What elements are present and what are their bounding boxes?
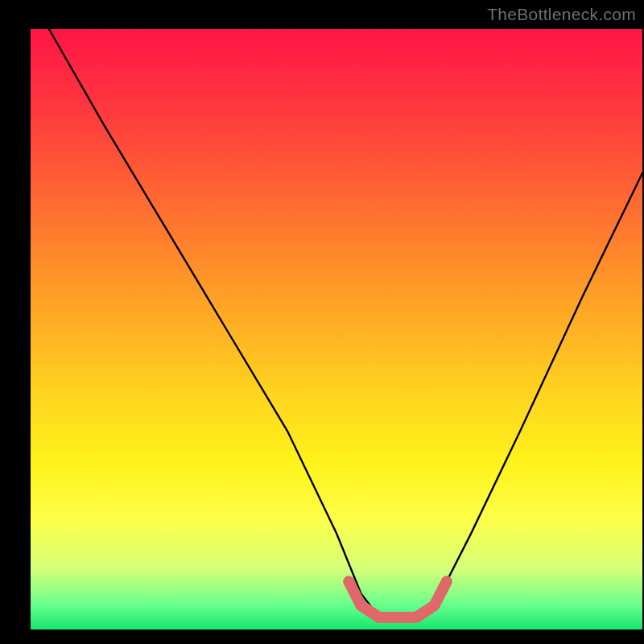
plot-area xyxy=(31,29,642,630)
bottleneck-chart-svg xyxy=(31,29,642,630)
watermark-text: TheBottleneck.com xyxy=(487,5,636,24)
bottleneck-curve xyxy=(49,29,642,617)
chart-frame: TheBottleneck.com xyxy=(0,0,644,644)
optimal-range-marker xyxy=(349,581,447,617)
